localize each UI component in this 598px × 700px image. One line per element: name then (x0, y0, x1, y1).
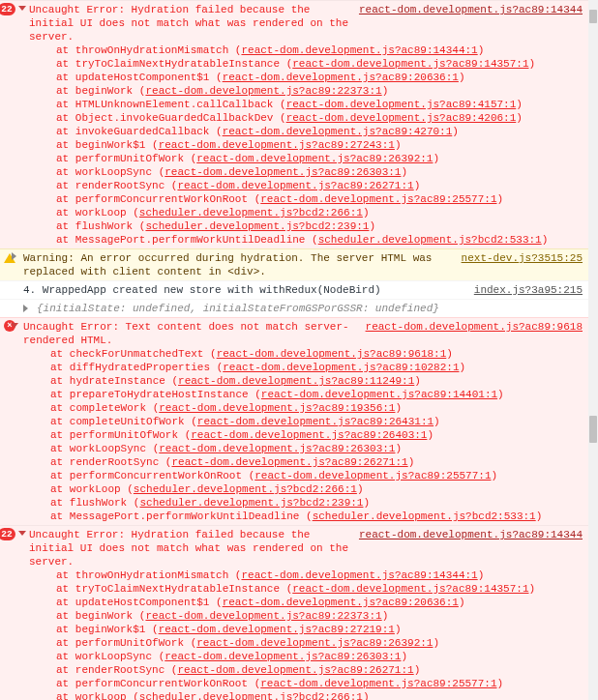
frame-source-link[interactable]: react-dom.development.js?ac89:26431:1 (197, 416, 434, 427)
frame-function: checkForUnmatchedText (70, 348, 204, 360)
frame-function: workLoop (70, 483, 121, 495)
stack-frame: at performConcurrentWorkOnRoot (react-do… (50, 469, 583, 482)
frame-source-link[interactable]: react-dom.development.js?ac89:22373:1 (145, 610, 381, 622)
scrollbar-thumb[interactable] (589, 10, 597, 23)
stack-frame: at completeUnitOfWork (react-dom.develop… (50, 415, 583, 428)
stack-frame: at beginWork (react-dom.development.js?a… (56, 84, 583, 98)
frame-source-link[interactable]: react-dom.development.js?ac89:11249:1 (178, 375, 414, 387)
disclosure-triangle-icon[interactable] (18, 531, 26, 536)
frame-source-link[interactable]: react-dom.development.js?ac89:4206:1 (286, 112, 517, 124)
frame-source-link[interactable]: react-dom.development.js?ac89:25577:1 (260, 193, 496, 205)
stack-trace: at checkForUnmatchedText (react-dom.deve… (23, 347, 583, 523)
source-link[interactable]: react-dom.development.js?ac89:14344 (359, 3, 583, 16)
frame-function: renderRootSync (70, 456, 159, 468)
source-link[interactable]: next-dev.js?3515:25 (462, 251, 583, 265)
frame-source-link[interactable]: scheduler.development.js?bcd2:533:1 (313, 510, 536, 522)
stack-frame: at renderRootSync (react-dom.development… (50, 455, 583, 469)
frame-function: workLoop (75, 207, 127, 219)
frame-source-link[interactable]: react-dom.development.js?ac89:14344:1 (241, 569, 477, 581)
frame-function: throwOnHydrationMismatch (75, 569, 228, 581)
frame-function: completeUnitOfWork (70, 416, 185, 427)
stack-frame: at prepareToHydrateHostInstance (react-d… (50, 388, 583, 401)
stack-frame: at performUnitOfWork (react-dom.developm… (56, 152, 583, 165)
frame-source-link[interactable]: react-dom.development.js?ac89:27243:1 (159, 139, 395, 151)
source-link[interactable]: index.js?3a95:215 (474, 283, 583, 297)
stack-frame: at workLoopSync (react-dom.development.j… (56, 165, 583, 179)
frame-source-link[interactable]: react-dom.development.js?ac89:22373:1 (145, 85, 381, 97)
frame-source-link[interactable]: react-dom.development.js?ac89:25577:1 (254, 470, 491, 481)
frame-source-link[interactable]: scheduler.development.js?bcd2:239:1 (145, 220, 369, 232)
console-message: ×Uncaught Error: Text content does not m… (0, 317, 588, 525)
frame-function: updateHostComponent$1 (75, 72, 210, 83)
frame-function: updateHostComponent$1 (75, 597, 210, 608)
frame-source-link[interactable]: react-dom.development.js?ac89:20636:1 (223, 72, 459, 83)
frame-source-link[interactable]: react-dom.development.js?ac89:26303:1 (159, 443, 395, 454)
frame-source-link[interactable]: react-dom.development.js?ac89:19356:1 (159, 402, 395, 414)
frame-source-link[interactable]: react-dom.development.js?ac89:27219:1 (159, 624, 395, 635)
frame-source-link[interactable]: react-dom.development.js?ac89:26392:1 (196, 153, 433, 164)
frame-function: performUnitOfWork (70, 429, 178, 441)
console-message: Warning: An error occurred during hydrat… (0, 248, 588, 280)
frame-source-link[interactable]: react-dom.development.js?ac89:25577:1 (260, 678, 496, 689)
frame-function: hydrateInstance (70, 375, 165, 387)
frame-function: beginWork (75, 85, 133, 97)
frame-function: workLoopSync (75, 166, 152, 178)
message-text: Uncaught Error: Text content does not ma… (23, 320, 366, 347)
frame-function: workLoop (75, 691, 127, 700)
frame-source-link[interactable]: react-dom.development.js?ac89:26392:1 (196, 637, 433, 649)
source-link[interactable]: react-dom.development.js?ac89:14344 (359, 528, 583, 541)
stack-frame: at workLoop (scheduler.development.js?bc… (50, 482, 583, 496)
stack-frame: at updateHostComponent$1 (react-dom.deve… (56, 71, 583, 84)
message-text: Uncaught Error: Hydration failed because… (29, 528, 359, 569)
stack-frame: at HTMLUnknownElement.callCallback (reac… (56, 98, 583, 111)
frame-source-link[interactable]: react-dom.development.js?ac89:14344:1 (241, 44, 477, 56)
frame-function: performConcurrentWorkOnRoot (75, 678, 248, 689)
frame-source-link[interactable]: react-dom.development.js?ac89:26271:1 (177, 180, 413, 191)
frame-source-link[interactable]: react-dom.development.js?ac89:20636:1 (223, 597, 459, 608)
scrollbar-thumb[interactable] (589, 416, 597, 443)
stack-frame: at MessagePort.performWorkUntilDeadline … (56, 233, 583, 247)
stack-frame: at beginWork$1 (react-dom.development.js… (56, 138, 583, 152)
frame-source-link[interactable]: scheduler.development.js?bcd2:533:1 (318, 234, 542, 246)
stack-frame: at performConcurrentWorkOnRoot (react-do… (56, 192, 583, 206)
console-log-area[interactable]: 22Uncaught Error: Hydration failed becau… (0, 0, 588, 700)
stack-frame: at performConcurrentWorkOnRoot (react-do… (56, 677, 583, 690)
disclosure-triangle-icon[interactable] (12, 252, 16, 260)
source-link[interactable]: react-dom.development.js?ac89:9618 (366, 320, 583, 334)
frame-source-link[interactable]: react-dom.development.js?ac89:26403:1 (191, 429, 427, 441)
frame-source-link[interactable]: react-dom.development.js?ac89:26303:1 (164, 651, 401, 662)
frame-source-link[interactable]: react-dom.development.js?ac89:4270:1 (223, 126, 453, 137)
frame-source-link[interactable]: scheduler.development.js?bcd2:266:1 (139, 207, 363, 219)
stack-frame: at throwOnHydrationMismatch (react-dom.d… (56, 569, 583, 582)
frame-source-link[interactable]: react-dom.development.js?ac89:26271:1 (171, 456, 407, 468)
frame-source-link[interactable]: react-dom.development.js?ac89:26303:1 (164, 166, 401, 178)
frame-source-link[interactable]: react-dom.development.js?ac89:10282:1 (223, 362, 459, 373)
frame-source-link[interactable]: react-dom.development.js?ac89:9618:1 (217, 348, 447, 360)
disclosure-triangle-icon[interactable] (18, 6, 26, 11)
frame-source-link[interactable]: react-dom.development.js?ac89:4157:1 (286, 99, 517, 110)
stack-frame: at workLoopSync (react-dom.development.j… (50, 442, 583, 455)
frame-source-link[interactable]: react-dom.development.js?ac89:26271:1 (177, 664, 413, 676)
frame-source-link[interactable]: react-dom.development.js?ac89:14401:1 (261, 389, 497, 400)
message-text: Uncaught Error: Hydration failed because… (29, 3, 359, 44)
vertical-scrollbar[interactable] (588, 0, 598, 700)
stack-frame: at throwOnHydrationMismatch (react-dom.d… (56, 44, 583, 57)
frame-function: tryToClaimNextHydratableInstance (75, 583, 280, 595)
frame-source-link[interactable]: scheduler.development.js?bcd2:239:1 (139, 497, 363, 509)
frame-function: renderRootSync (75, 664, 164, 676)
frame-function: completeWork (70, 402, 146, 414)
frame-source-link[interactable]: react-dom.development.js?ac89:14357:1 (292, 583, 528, 595)
error-count-badge: 22 (0, 3, 15, 15)
stack-frame: at workLoop (scheduler.development.js?bc… (56, 206, 583, 219)
disclosure-triangle-icon[interactable] (23, 305, 28, 312)
frame-source-link[interactable]: react-dom.development.js?ac89:14357:1 (292, 58, 528, 70)
stack-frame: at tryToClaimNextHydratableInstance (rea… (56, 582, 583, 596)
disclosure-triangle-icon[interactable] (11, 323, 18, 328)
frame-source-link[interactable]: scheduler.development.js?bcd2:266:1 (134, 483, 357, 495)
frame-function: beginWork$1 (75, 139, 146, 151)
frame-function: workLoopSync (75, 651, 152, 662)
console-message: 22Uncaught Error: Hydration failed becau… (0, 525, 588, 700)
frame-source-link[interactable]: scheduler.development.js?bcd2:266:1 (139, 691, 363, 700)
stack-frame: at Object.invokeGuardedCallbackDev (reac… (56, 111, 583, 125)
frame-function: performUnitOfWork (75, 153, 184, 164)
